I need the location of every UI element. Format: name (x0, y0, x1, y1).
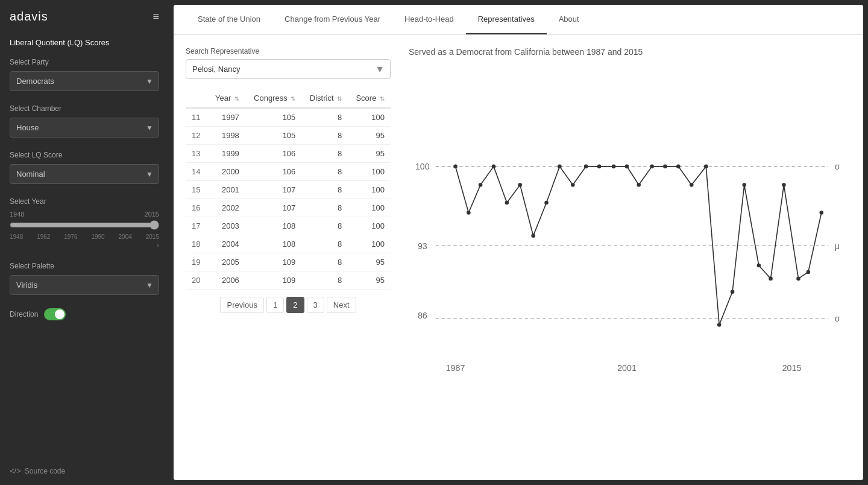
cell-year: 2003 (207, 217, 245, 235)
cell-score: 100 (348, 235, 391, 253)
table-header-row: Year ⇅ Congress ⇅ District ⇅ Score ⇅ (186, 89, 391, 108)
representative-search-select[interactable]: Pelosi, Nancy (186, 59, 391, 79)
year-max-label: 2015 (145, 211, 159, 218)
col-score[interactable]: Score ⇅ (348, 89, 391, 108)
point-13 (612, 165, 616, 169)
party-label: Select Party (10, 58, 159, 66)
chamber-label: Select Chamber (10, 104, 159, 113)
menu-icon[interactable]: ≡ (153, 10, 159, 23)
table-row: 19 2005 109 8 95 (186, 253, 391, 271)
year-min-label: 1948 (10, 211, 24, 218)
point-16 (650, 165, 654, 169)
tick-1976: 1976 (64, 233, 77, 240)
chamber-select[interactable]: House Senate (10, 118, 159, 138)
year-range-labels: 1948 2015 (10, 211, 159, 218)
cell-score: 100 (348, 163, 391, 181)
cell-district: 8 (301, 108, 348, 127)
cell-row: 13 (186, 145, 207, 163)
point-10 (571, 183, 575, 187)
representatives-table: Year ⇅ Congress ⇅ District ⇅ Score ⇅ 11 … (186, 89, 391, 290)
pagination: Previous 1 2 3 Next (186, 290, 391, 315)
tick-1962: 1962 (37, 233, 50, 240)
cell-year: 2006 (207, 271, 245, 290)
palette-label: Select Palette (10, 262, 159, 270)
table-body: 11 1997 105 8 100 12 1998 105 8 95 13 19… (186, 108, 391, 290)
cell-score: 100 (348, 181, 391, 199)
point-23 (742, 183, 746, 187)
cell-year: 2000 (207, 163, 245, 181)
cell-row: 12 (186, 127, 207, 145)
cell-congress: 109 (245, 271, 302, 290)
cell-district: 8 (301, 181, 348, 199)
cell-score: 95 (348, 145, 391, 163)
toggle-knob (55, 309, 64, 319)
cell-row: 18 (186, 235, 207, 253)
table-row: 20 2006 109 8 95 (186, 271, 391, 290)
source-code-link[interactable]: </> Source code (10, 460, 159, 475)
page-3-button[interactable]: 3 (307, 297, 324, 313)
right-panel: Served as a Democrat from California bet… (403, 47, 851, 468)
page-2-button[interactable]: 2 (286, 297, 304, 313)
party-select[interactable]: Democrats Republicans All (10, 71, 159, 91)
search-label: Search Representative (186, 47, 391, 55)
sigma-top-label: σ (835, 162, 840, 171)
year-slider[interactable] (10, 220, 159, 230)
point-15 (637, 183, 641, 187)
point-22 (731, 290, 735, 294)
sidebar: adavis ≡ Liberal Quotient (LQ) Scores Se… (0, 0, 169, 485)
cell-congress: 105 (245, 127, 302, 145)
left-panel: Search Representative Pelosi, Nancy ▼ Ye… (186, 47, 391, 468)
lq-control: Select LQ Score Nominal Adjusted Raw ▼ (10, 151, 159, 184)
x-label-2001: 2001 (617, 363, 637, 373)
direction-label: Direction (10, 310, 38, 319)
tab-bar: State of the Union Change from Previous … (174, 5, 863, 35)
cell-row: 17 (186, 217, 207, 235)
cell-row: 15 (186, 181, 207, 199)
point-8 (544, 201, 549, 205)
tab-change[interactable]: Change from Previous Year (272, 5, 392, 34)
palette-select[interactable]: Viridis Plasma Magma Inferno (10, 275, 159, 295)
chart-title: Served as a Democrat from California bet… (403, 47, 851, 57)
y-label-100: 100 (415, 162, 430, 171)
cell-row: 14 (186, 163, 207, 181)
cell-congress: 107 (245, 181, 302, 199)
col-congress[interactable]: Congress ⇅ (245, 89, 302, 108)
cell-congress: 106 (245, 163, 302, 181)
cell-district: 8 (301, 271, 348, 290)
table-row: 12 1998 105 8 95 (186, 127, 391, 145)
tab-head[interactable]: Head-to-Head (392, 5, 466, 34)
cell-district: 8 (301, 253, 348, 271)
lq-select[interactable]: Nominal Adjusted Raw (10, 164, 159, 184)
prev-button[interactable]: Previous (220, 297, 264, 313)
year-label: Select Year (10, 197, 159, 206)
cell-row: 19 (186, 253, 207, 271)
tab-representatives[interactable]: Representatives (466, 5, 547, 34)
tab-sotu[interactable]: State of the Union (186, 5, 272, 34)
party-select-wrapper: Democrats Republicans All ▼ (10, 71, 159, 91)
cell-year: 2004 (207, 235, 245, 253)
col-year[interactable]: Year ⇅ (207, 89, 245, 108)
chamber-control: Select Chamber House Senate ▼ (10, 104, 159, 138)
cell-score: 100 (348, 217, 391, 235)
cell-year: 1997 (207, 108, 245, 127)
lq-label: Select LQ Score (10, 151, 159, 159)
cell-district: 8 (301, 199, 348, 217)
cell-congress: 105 (245, 108, 302, 127)
direction-toggle[interactable] (44, 308, 66, 320)
sigma-bot-label: σ (835, 314, 840, 323)
point-11 (584, 165, 588, 169)
cell-year: 2001 (207, 181, 245, 199)
cell-district: 8 (301, 235, 348, 253)
page-1-button[interactable]: 1 (266, 297, 284, 313)
point-3 (479, 183, 483, 187)
point-26 (782, 183, 786, 187)
cell-district: 8 (301, 163, 348, 181)
tick-2004: 2004 (119, 233, 132, 240)
next-button[interactable]: Next (327, 297, 356, 313)
tab-about[interactable]: About (547, 5, 591, 34)
col-district[interactable]: District ⇅ (301, 89, 348, 108)
cell-congress: 108 (245, 235, 302, 253)
table-row: 18 2004 108 8 100 (186, 235, 391, 253)
point-28 (807, 270, 811, 274)
cell-row: 11 (186, 108, 207, 127)
